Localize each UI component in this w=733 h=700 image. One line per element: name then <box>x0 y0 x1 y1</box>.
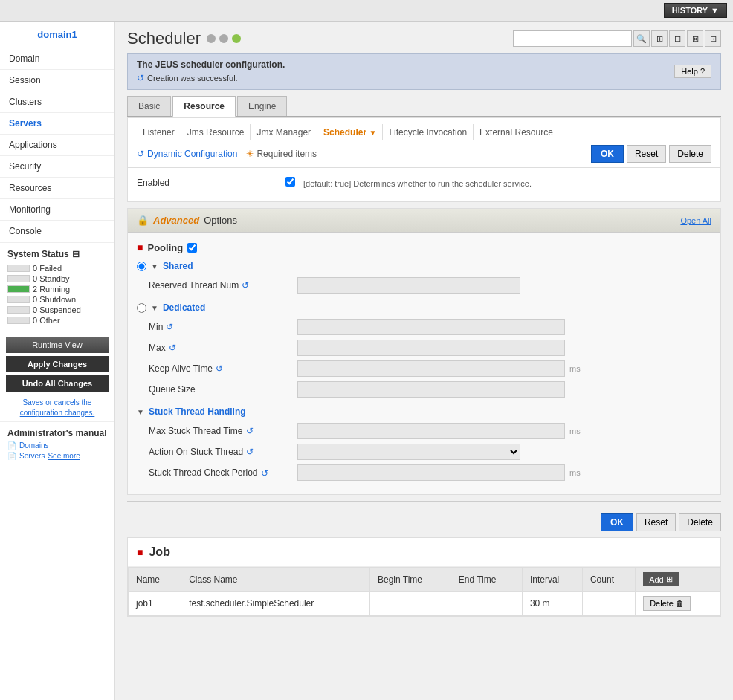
keepalive-refresh-icon[interactable]: ↺ <box>216 363 223 374</box>
main-layout: domain1 Domain Session Clusters Servers … <box>0 22 733 700</box>
sidebar-item-domain[interactable]: Domain <box>0 48 114 70</box>
main-toolbar: ↺ Dynamic Configuration ✳ Required items… <box>127 140 721 168</box>
enabled-checkbox[interactable] <box>285 177 295 187</box>
sidebar-item-console[interactable]: Console <box>0 221 114 242</box>
sub-tab-lifecycle[interactable]: Lifecycle Invocation <box>383 124 474 140</box>
status-bar-standby <box>7 275 30 282</box>
table-row: job1 test.scheduler.SimpleScheduler 30 m… <box>129 592 720 616</box>
enabled-value: [default: true] Determines whether to ru… <box>285 177 711 188</box>
min-refresh-icon[interactable]: ↺ <box>166 322 173 332</box>
advanced-icon: 🔒 <box>137 215 149 226</box>
sidebar-item-clusters[interactable]: Clusters <box>0 91 114 113</box>
max-stuck-refresh-icon[interactable]: ↺ <box>246 426 254 436</box>
advanced-body: ■ Pooling ▼ Shared <box>128 233 720 494</box>
stuck-check-refresh-icon[interactable]: ↺ <box>261 468 268 479</box>
runtime-view-button[interactable]: Runtime View <box>6 337 109 353</box>
search-input[interactable] <box>513 30 632 47</box>
system-status: System Status ⊟ 0 Failed 0 Standby 2 Run… <box>0 242 114 332</box>
tab-engine[interactable]: Engine <box>237 96 287 116</box>
history-arrow: ▼ <box>711 6 719 15</box>
sidebar-domain-title[interactable]: domain1 <box>0 22 114 48</box>
dynamic-config[interactable]: ↺ Dynamic Configuration <box>137 149 237 159</box>
shared-label[interactable]: Shared <box>163 261 193 271</box>
icon-btn-2[interactable]: ⊟ <box>669 30 685 47</box>
sub-tab-external[interactable]: External Resource <box>474 124 559 140</box>
search-button[interactable]: 🔍 <box>633 30 650 47</box>
min-input[interactable] <box>297 319 565 335</box>
status-row-failed: 0 Failed <box>7 264 107 273</box>
enabled-row: Enabled [default: true] Determines wheth… <box>137 177 711 188</box>
pooling-checkbox[interactable] <box>187 243 197 253</box>
delete-button[interactable]: Delete <box>669 145 711 163</box>
info-banner: The JEUS scheduler configuration. ↺ Crea… <box>127 53 721 90</box>
dedicated-radio-header: ▼ Dedicated <box>137 302 711 313</box>
apply-changes-button[interactable]: Apply Changes <box>6 356 109 372</box>
job-begin-cell <box>369 592 451 616</box>
system-status-toggle-icon[interactable]: ⊟ <box>72 249 80 259</box>
queue-size-input[interactable] <box>297 381 565 398</box>
dedicated-chevron: ▼ <box>151 304 158 312</box>
pooling-header: ■ Pooling <box>137 242 711 253</box>
bottom-reset-button[interactable]: Reset <box>636 513 676 531</box>
sub-tab-jmx-manager[interactable]: Jmx Manager <box>251 124 317 140</box>
undo-changes-button[interactable]: Undo All Changes <box>6 375 109 392</box>
bottom-ok-button[interactable]: OK <box>601 513 633 531</box>
max-stuck-time-input[interactable] <box>297 423 565 439</box>
min-row: Min ↺ <box>137 319 711 335</box>
admin-link-servers[interactable]: 📄 Servers <box>7 452 45 460</box>
dedicated-radio[interactable] <box>137 303 146 313</box>
action-stuck-select[interactable] <box>297 444 520 460</box>
stuck-check-period-input[interactable] <box>297 464 565 481</box>
open-all-link[interactable]: Open All <box>680 216 711 225</box>
stuck-check-period-label: Stuck Thread Check Period ↺ <box>149 467 297 479</box>
shared-radio[interactable] <box>137 262 146 271</box>
max-input[interactable] <box>297 340 565 356</box>
sub-tab-listener[interactable]: Listener <box>137 124 181 140</box>
sidebar-item-session[interactable]: Session <box>0 70 114 91</box>
sidebar-item-applications[interactable]: Applications <box>0 135 114 156</box>
shared-radio-header: ▼ Shared <box>137 261 711 271</box>
save-note-link[interactable]: Saves or cancels the configuration chang… <box>20 398 95 417</box>
action-stuck-refresh-icon[interactable]: ↺ <box>246 447 254 457</box>
dot-green <box>232 34 241 43</box>
sidebar-item-monitoring[interactable]: Monitoring <box>0 199 114 221</box>
info-banner-text: The JEUS scheduler configuration. <box>137 59 285 70</box>
reserved-thread-input[interactable] <box>297 277 520 294</box>
col-name: Name <box>129 568 181 592</box>
tab-resource[interactable]: Resource <box>172 96 236 117</box>
status-bar-failed <box>7 265 30 272</box>
help-button[interactable]: Help ? <box>674 65 711 78</box>
admin-section: Administrator's manual 📄 Domains 📄 Serve… <box>0 421 114 466</box>
col-class-name: Class Name <box>181 568 370 592</box>
sub-tab-jms-resource[interactable]: Jms Resource <box>181 124 251 140</box>
sidebar-item-servers[interactable]: Servers <box>0 113 114 135</box>
dedicated-label[interactable]: Dedicated <box>163 302 205 313</box>
tab-basic[interactable]: Basic <box>127 96 171 116</box>
admin-link-domains[interactable]: 📄 Domains <box>7 441 107 450</box>
col-count: Count <box>582 568 635 592</box>
ok-button[interactable]: OK <box>591 145 624 163</box>
reserved-thread-refresh-icon[interactable]: ↺ <box>242 280 249 291</box>
toolbar-left: ↺ Dynamic Configuration ✳ Required items <box>137 149 591 159</box>
sidebar-item-security[interactable]: Security <box>0 156 114 178</box>
status-bar-other <box>7 317 30 324</box>
see-more-link[interactable]: See more <box>48 452 80 460</box>
delete-job-button[interactable]: Delete 🗑 <box>643 596 691 611</box>
required-items: ✳ Required items <box>246 149 317 159</box>
stuck-thread-title[interactable]: Stuck Thread Handling <box>149 406 246 417</box>
max-refresh-icon[interactable]: ↺ <box>169 343 176 353</box>
icon-btn-4[interactable]: ⊡ <box>705 30 721 47</box>
add-job-button[interactable]: Add ⊞ <box>643 572 679 586</box>
icon-btn-1[interactable]: ⊞ <box>651 30 668 47</box>
keepalive-input[interactable] <box>297 360 565 377</box>
icon-btn-3[interactable]: ⊠ <box>687 30 703 47</box>
page-header: Scheduler 🔍 ⊞ ⊟ ⊠ ⊡ <box>115 22 733 53</box>
dedicated-group: ▼ Dedicated Min ↺ Max <box>137 302 711 398</box>
sub-tab-scheduler[interactable]: Scheduler ▼ <box>317 124 383 140</box>
queue-size-label: Queue Size <box>149 384 297 395</box>
action-stuck-row: Action On Stuck Thread ↺ <box>137 444 711 460</box>
history-button[interactable]: HISTORY ▼ <box>664 3 727 18</box>
sidebar-item-resources[interactable]: Resources <box>0 178 114 199</box>
bottom-delete-button[interactable]: Delete <box>679 513 721 531</box>
reset-button[interactable]: Reset <box>627 145 666 163</box>
